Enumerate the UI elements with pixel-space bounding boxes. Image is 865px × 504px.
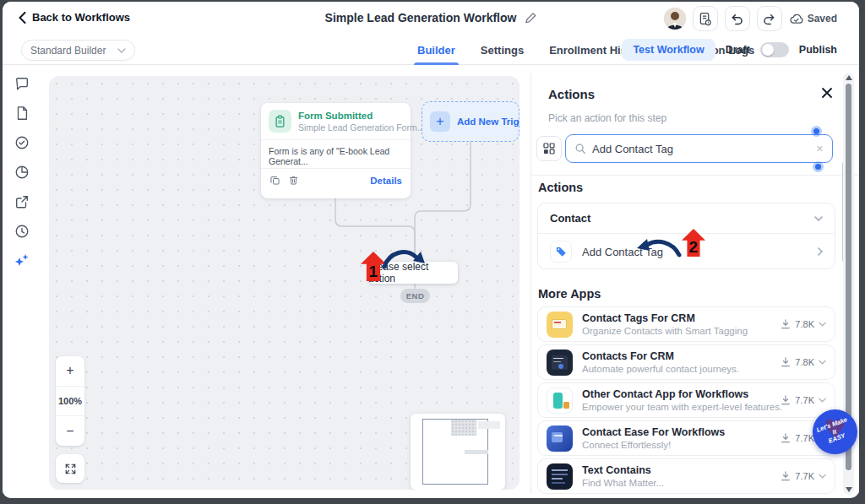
other-contact-app-icon [547, 387, 573, 414]
toolbar: Standard Builder Builder Settings Enroll… [3, 35, 859, 65]
add-new-trigger-label: Add New Trigger [457, 117, 520, 127]
actions-section-heading: Actions [538, 181, 583, 194]
fit-view-button[interactable] [56, 454, 84, 483]
actions-panel: Actions Pick an action for this step ✕ A… [530, 73, 859, 494]
check-circle-icon[interactable] [14, 135, 30, 150]
contact-category-header[interactable]: Contact [538, 203, 835, 234]
close-panel-icon[interactable] [821, 87, 836, 102]
add-contact-tag-label: Add Contact Tag [582, 246, 663, 258]
tag-icon [550, 241, 572, 263]
workflow-versions-button[interactable] [693, 6, 718, 31]
click-indicator-dot [813, 128, 819, 134]
workflow-canvas[interactable]: Form Submitted Simple Lead Generation Fo… [49, 76, 520, 490]
download-icon [781, 319, 791, 329]
trigger-node-subtitle: Simple Lead Generation Form... [298, 122, 424, 133]
canvas-minimap[interactable] [411, 414, 505, 490]
saved-label: Saved [808, 13, 837, 24]
chevron-down-icon [117, 48, 126, 53]
undo-button[interactable] [725, 6, 750, 31]
app-row-contact-tags-for-crm[interactable]: Contact Tags For CRM Organize Contacts w… [537, 306, 835, 342]
zoom-controls: + 100% − [56, 356, 84, 446]
zoom-in-button[interactable]: + [56, 356, 84, 387]
clear-search-icon[interactable]: ✕ [816, 144, 824, 154]
download-icon [781, 395, 791, 405]
add-contact-tag-action[interactable]: Add Contact Tag 2 [538, 234, 835, 269]
zoom-out-button[interactable]: − [56, 416, 84, 446]
download-icon [781, 357, 791, 367]
builder-mode-dropdown[interactable]: Standard Builder [21, 40, 135, 61]
text-contains-app-icon [547, 463, 573, 490]
user-avatar[interactable] [664, 8, 686, 30]
chevron-right-icon [818, 247, 823, 256]
edit-title-icon[interactable] [524, 12, 536, 24]
trigger-node-condition: Form is is any of "E-book Lead Generat..… [261, 140, 411, 169]
tab-builder[interactable]: Builder [417, 35, 455, 65]
download-icon [781, 471, 791, 481]
please-select-action-node[interactable]: Please select action [368, 262, 458, 284]
chevron-left-icon [19, 12, 26, 24]
workflow-builder-app: Back to Workflows Simple Lead Generation… [3, 2, 859, 498]
tool-sidebar [3, 65, 41, 498]
ai-sparkle-icon[interactable] [14, 253, 30, 268]
comments-icon[interactable] [14, 76, 30, 91]
trigger-details-link[interactable]: Details [370, 176, 402, 186]
external-link-icon[interactable] [14, 194, 30, 209]
minimap-node-shape [465, 450, 488, 454]
action-search-box: ✕ [565, 134, 833, 163]
category-label: Contact [550, 212, 590, 225]
history-clock-icon[interactable] [14, 224, 30, 239]
more-apps-heading: More Apps [538, 287, 601, 301]
badge-text: Let's Make It EASY [816, 416, 854, 447]
trigger-node-form-submitted[interactable]: Form Submitted Simple Lead Generation Fo… [261, 103, 411, 198]
chevron-down-icon [819, 360, 826, 365]
delete-node-icon[interactable] [288, 175, 299, 186]
app-row-other-contact-app[interactable]: Other Contact App for Workflows Empower … [537, 382, 835, 418]
test-workflow-button[interactable]: Test Workflow [622, 39, 715, 61]
scroll-up-arrow[interactable] [846, 75, 852, 80]
browse-actions-grid-icon[interactable] [536, 136, 562, 161]
contact-ease-app-icon [547, 425, 573, 452]
panel-subtitle: Pick an action for this step [548, 112, 666, 124]
zoom-level: 100% [56, 387, 84, 417]
publish-label: Publish [799, 44, 837, 56]
chevron-down-icon [814, 216, 823, 221]
publish-toggle[interactable] [760, 42, 789, 57]
builder-mode-label: Standard Builder [30, 45, 106, 57]
minimap-node-shape [478, 421, 500, 429]
download-icon [781, 433, 791, 443]
end-badge: END [400, 289, 430, 303]
draft-label: Draft [726, 44, 750, 56]
chevron-down-icon [819, 474, 826, 479]
click-indicator-dot [815, 164, 821, 170]
workflow-title: Simple Lead Generation Workflow [325, 11, 517, 24]
contact-tags-app-icon [547, 312, 573, 338]
top-header: Back to Workflows Simple Lead Generation… [3, 2, 859, 35]
contacts-app-icon [547, 350, 573, 376]
pie-chart-icon[interactable] [14, 165, 30, 180]
redo-button[interactable] [757, 6, 782, 31]
search-icon [574, 143, 586, 154]
lets-make-it-easy-badge: ♥ Let's Make It EASY [813, 409, 857, 454]
tab-settings[interactable]: Settings [481, 35, 524, 65]
app-row-contacts-for-crm[interactable]: Contacts For CRM Automate powerful conta… [537, 344, 835, 380]
trigger-node-title: Form Submitted [298, 111, 424, 121]
panel-divider [531, 175, 859, 176]
chevron-down-icon [819, 322, 826, 327]
add-new-trigger-button[interactable]: + Add New Trigger [422, 101, 520, 142]
back-label: Back to Workflows [32, 11, 130, 24]
plus-icon: + [430, 111, 450, 132]
clipboard-form-icon [269, 110, 291, 133]
back-to-workflows-button[interactable]: Back to Workflows [19, 11, 130, 24]
chevron-down-icon [819, 398, 826, 403]
panel-title: Actions [548, 87, 595, 101]
document-icon[interactable] [14, 106, 30, 121]
app-row-text-contains[interactable]: Text Contains Find What Matter... 7.7K [537, 458, 835, 494]
action-search-input[interactable] [592, 143, 810, 155]
save-status: Saved [789, 13, 837, 24]
duplicate-node-icon[interactable] [269, 175, 280, 186]
toggle-knob [762, 44, 774, 56]
minimap-node-shape [451, 420, 476, 436]
contact-category-card: Contact Add Contact Tag 2 [537, 203, 835, 269]
scroll-down-arrow[interactable] [846, 487, 852, 492]
app-row-contact-ease[interactable]: Contact Ease For Workflows Connect Effor… [537, 420, 835, 456]
